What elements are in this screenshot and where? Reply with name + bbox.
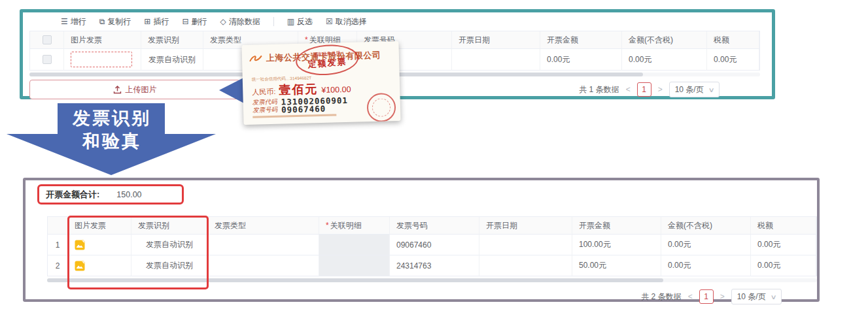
row-index-cell: 1	[48, 235, 68, 255]
upload-image-button[interactable]: 上传图片	[29, 80, 240, 99]
cancel-selection-label: 取消选择	[336, 16, 367, 27]
copy-row-label: 复制行	[107, 16, 131, 27]
invoice-date-cell	[452, 49, 540, 71]
col-header-tax-amount: 税额	[707, 31, 759, 49]
col-header-amount-excl-tax: 金额(不含税)	[661, 217, 751, 235]
invoice-number-value: 09067460	[281, 104, 326, 115]
select-all-checkbox[interactable]	[43, 35, 52, 44]
result-panel-footer: 共 2 条数据 < 1 > 10 条/页 ∨	[26, 282, 817, 304]
invoice-number-line: 发票号码 09067460	[252, 104, 326, 116]
chevron-down-icon: ∨	[708, 86, 714, 93]
pagination-total: 共 1 条数据	[579, 84, 619, 95]
col-header-amount-excl-tax: 金额(不含税)	[622, 31, 707, 49]
col-header-invoice-date: 开票日期	[479, 217, 572, 235]
page-number-button[interactable]: 1	[699, 289, 714, 304]
page-size-value: 10 条/页	[675, 84, 704, 95]
flow-label-line1: 发票识别	[7, 106, 217, 130]
col-header-image-invoice: 图片发票	[68, 217, 131, 235]
total-amount-value: 150.00	[116, 190, 141, 199]
page-size-value: 10 条/页	[737, 291, 766, 303]
recognition-cell: 发票自动识别	[141, 49, 203, 71]
col-header-recognition: 发票识别	[131, 217, 208, 235]
add-row-button[interactable]: ☰ 增行	[61, 16, 86, 27]
image-invoice-cell	[68, 255, 131, 276]
delete-row-button[interactable]: ⊟ 删行	[182, 16, 207, 27]
add-row-icon: ☰	[61, 18, 68, 25]
clear-data-label: 清除数据	[229, 16, 260, 27]
col-header-recognition: 发票识别	[141, 31, 203, 49]
add-row-label: 增行	[71, 16, 86, 27]
tax-amount-cell: 0.00元	[751, 235, 816, 255]
prev-page-button[interactable]: <	[687, 292, 694, 301]
page-number-button[interactable]: 1	[637, 82, 651, 97]
insert-row-button[interactable]: ⊞ 插行	[144, 16, 169, 27]
tax-amount-cell: 0.00元	[707, 49, 759, 71]
col-header-image-invoice: 图片发票	[64, 31, 141, 49]
invoice-date-cell	[479, 255, 572, 276]
amount-numeric: ¥100.00	[321, 85, 351, 95]
clear-data-button[interactable]: ◇ 清除数据	[220, 16, 260, 27]
next-page-button[interactable]: >	[657, 85, 664, 94]
recognition-cell: 发票自动识别	[131, 255, 208, 276]
page-size-select[interactable]: 10 条/页 ∨	[731, 289, 782, 304]
currency-label: 人民币:	[252, 87, 275, 97]
invoice-date-cell	[479, 235, 572, 255]
select-all-header	[30, 31, 64, 49]
tax-stamp-oval: 国家税务总局 定额发票	[294, 42, 359, 77]
row-checkbox[interactable]	[43, 55, 52, 64]
recognition-cell: 发票自动识别	[131, 235, 208, 255]
invert-selection-button[interactable]: ▥ 反选	[287, 16, 313, 27]
flow-label-line2: 和验真	[7, 129, 217, 153]
transit-card-logo-icon	[249, 54, 263, 63]
col-header-invoice-type: 发票类型	[208, 217, 319, 235]
index-header	[48, 217, 68, 235]
image-invoice-cell	[68, 235, 131, 255]
row-checkbox-cell	[30, 49, 64, 71]
invoice-amount-cell: 100.00元	[572, 235, 661, 255]
invoice-type-cell	[208, 255, 319, 276]
col-header-tax-amount: 税额	[751, 217, 816, 235]
chevron-down-icon: ∨	[770, 293, 776, 301]
cancel-selection-button[interactable]: ☒ 取消选择	[326, 16, 367, 27]
copy-row-button[interactable]: ⧉ 复制行	[99, 16, 131, 27]
tax-amount-cell: 0.00元	[751, 255, 816, 276]
upload-image-label: 上传图片	[126, 84, 157, 95]
page-size-select[interactable]: 10 条/页 ∨	[669, 82, 720, 97]
amount-chinese: 壹佰元	[279, 81, 319, 98]
invoice-amount-cell: 50.00元	[572, 255, 661, 276]
image-thumbnail-icon[interactable]	[75, 261, 85, 271]
invoice-image: 上海公共交通卡股份有限公司 国家税务总局 定额发票 统一社会信用代码…31494…	[241, 41, 400, 125]
total-amount-highlight: 开票金额合计: 150.00	[37, 184, 184, 205]
amount-excl-tax-cell: 0.00元	[661, 255, 751, 276]
invoice-amount-cell: 0.00元	[540, 49, 622, 71]
next-page-button[interactable]: >	[719, 292, 726, 301]
stamp-title-text: 定额发票	[307, 56, 347, 71]
result-table: 图片发票 发票识别 发票类型 *关联明细 发票号码 开票日期 开票金额 金额(不…	[47, 216, 817, 276]
col-header-invoice-amount: 开票金额	[572, 217, 661, 235]
image-upload-slot[interactable]	[71, 52, 132, 67]
pagination-total: 共 2 条数据	[641, 291, 681, 303]
invoice-number-cell: 24314763	[390, 255, 479, 276]
copy-row-icon: ⧉	[99, 18, 105, 25]
delete-row-label: 删行	[191, 16, 207, 27]
invoice-number-cell: 09067460	[390, 235, 479, 255]
image-thumbnail-icon[interactable]	[75, 240, 85, 250]
recognized-invoices-panel: 开票金额合计: 150.00 图片发票 发票识别 发票类型 *关联明细 发票号码…	[23, 178, 820, 302]
insert-row-label: 插行	[153, 16, 169, 27]
toolbar-divider	[273, 17, 274, 26]
related-detail-cell	[319, 255, 390, 276]
invert-selection-icon: ▥	[287, 18, 294, 25]
delete-row-icon: ⊟	[182, 18, 188, 25]
clear-data-icon: ◇	[220, 18, 226, 25]
prev-page-button[interactable]: <	[625, 85, 632, 94]
row-index-cell: 2	[48, 255, 68, 276]
cancel-selection-icon: ☒	[326, 18, 333, 25]
col-header-invoice-date: 开票日期	[452, 31, 540, 49]
upload-icon	[113, 86, 122, 94]
invert-selection-label: 反选	[297, 16, 313, 27]
pagination: 共 2 条数据 < 1 > 10 条/页 ∨	[641, 289, 782, 304]
total-amount-label: 开票金额合计:	[46, 189, 99, 201]
insert-row-icon: ⊞	[144, 18, 150, 25]
amount-excl-tax-cell: 0.00元	[661, 235, 751, 255]
amount-excl-tax-cell: 0.00元	[622, 49, 707, 71]
